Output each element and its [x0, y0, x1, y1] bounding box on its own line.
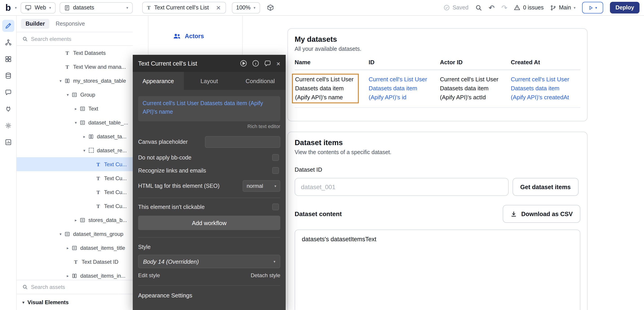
tab-layout[interactable]: Layout: [184, 72, 234, 90]
issues-indicator[interactable]: 0 issues: [514, 5, 544, 11]
chevron-right-icon[interactable]: ▸: [81, 134, 88, 139]
chevron-down-icon[interactable]: ▾: [64, 92, 71, 97]
messages-icon[interactable]: [2, 86, 14, 98]
dataset-items-card[interactable]: Dataset items View the contents of a spe…: [288, 132, 588, 310]
design-pencil-icon[interactable]: [2, 20, 14, 32]
recognize-links-checkbox[interactable]: [272, 167, 279, 174]
bubble-logo[interactable]: b: [6, 3, 11, 12]
chevron-down-icon: ▾: [254, 6, 256, 10]
zoom-dropdown[interactable]: 100% ▾: [232, 2, 260, 13]
table-element-icon: [71, 273, 78, 278]
close-icon[interactable]: ✕: [216, 4, 221, 11]
tree-item[interactable]: TText Cu...: [16, 185, 133, 199]
tree-item[interactable]: TText Dataset ID: [16, 255, 133, 269]
property-editor-header[interactable]: Text Current cell's List ×: [133, 55, 286, 72]
tree-item[interactable]: ▾dataset_items_group: [16, 227, 133, 241]
undo-icon[interactable]: ↶: [488, 3, 495, 12]
search-icon[interactable]: [475, 4, 482, 11]
workflow-icon[interactable]: [2, 36, 14, 49]
selected-element-outline[interactable]: Current cell's List User Datasets data i…: [292, 74, 359, 104]
table-cell-name[interactable]: Current cell's List User Datasets data i…: [295, 75, 369, 102]
preview-button[interactable]: ▾: [582, 2, 604, 14]
seo-tag-select[interactable]: normal ▾: [242, 180, 280, 192]
database-icon[interactable]: [2, 70, 14, 82]
text-content-editor[interactable]: Current cell's List User Datasets data i…: [138, 96, 280, 121]
rich-text-editor-link[interactable]: Rich text editor: [138, 123, 280, 129]
run-workflow-icon[interactable]: [240, 60, 247, 67]
tree-item[interactable]: ▸Text: [16, 101, 133, 115]
tree-item[interactable]: TText Cu...: [16, 199, 133, 213]
dataset-id-label: Dataset ID: [295, 166, 580, 173]
page-dropdown[interactable]: datasets ▾: [60, 2, 132, 13]
tree-item[interactable]: ▾Group: [16, 88, 133, 101]
tree-item[interactable]: TText Cu...: [16, 171, 133, 185]
dynamic-expression[interactable]: Current cell's List User Datasets data i…: [142, 100, 263, 115]
visual-elements-section[interactable]: ▾ Visual Elements: [16, 294, 133, 310]
logs-chart-icon[interactable]: [2, 136, 14, 148]
comment-icon[interactable]: [264, 60, 271, 67]
chevron-down-icon[interactable]: ▾: [81, 148, 88, 152]
chevron-right-icon[interactable]: ▸: [73, 218, 79, 222]
canvas-placeholder-input[interactable]: [205, 136, 280, 148]
tree-item[interactable]: ▸dataset_items_in...: [16, 269, 133, 280]
left-icon-rail: [0, 16, 16, 310]
table-cell-id[interactable]: Current cell's List User Datasets data i…: [369, 75, 440, 102]
saved-label: Saved: [452, 5, 468, 11]
element-tab[interactable]: T Text Current cell's List ✕: [142, 2, 226, 14]
tree-item[interactable]: TText View and mana...: [16, 60, 133, 74]
group-element-icon: [79, 217, 86, 223]
search-assets-field[interactable]: Search assets: [16, 280, 133, 294]
table-row[interactable]: Current cell's List User Datasets data i…: [295, 70, 580, 108]
pages-grid-icon[interactable]: [2, 53, 14, 65]
tree-item-label: Text: [88, 105, 98, 112]
download-csv-button[interactable]: Download as CSV: [503, 205, 580, 223]
deploy-button[interactable]: Deploy: [610, 2, 640, 14]
tree-item[interactable]: ▸dataset_ta...: [16, 129, 133, 143]
branch-dropdown[interactable]: Main ▾: [550, 5, 576, 11]
tree-item[interactable]: TText Datasets: [16, 46, 133, 60]
chevron-right-icon[interactable]: ▸: [64, 273, 71, 278]
edit-style-link[interactable]: Edit style: [138, 272, 160, 278]
appearance-settings-section[interactable]: Appearance Settings: [138, 292, 280, 299]
get-dataset-items-button[interactable]: Get dataset items: [512, 178, 578, 196]
tree-item[interactable]: ▾dataset_table_...: [16, 115, 133, 129]
close-icon[interactable]: ×: [276, 60, 280, 67]
table-cell-actor-id[interactable]: Current cell's List User Datasets data i…: [440, 75, 511, 102]
chevron-down-icon[interactable]: ▾: [58, 78, 64, 83]
platform-dropdown[interactable]: Web ▾: [21, 2, 56, 13]
dataset-content-textbox[interactable]: datasets's datasetItemsText: [295, 230, 580, 310]
chevron-down-icon[interactable]: ▾: [58, 232, 64, 236]
tree-item[interactable]: ▾my_stores_data_table: [16, 74, 133, 88]
tab-builder[interactable]: Builder: [21, 19, 49, 29]
chevron-down-icon[interactable]: ▾: [73, 120, 79, 125]
chevron-down-icon: ▾: [274, 259, 275, 263]
search-assets-placeholder: Search assets: [31, 284, 65, 290]
detach-style-link[interactable]: Detach style: [251, 272, 280, 278]
tab-responsive[interactable]: Responsive: [51, 19, 90, 29]
column-header: Actor ID: [440, 59, 511, 66]
dataset-id-input[interactable]: dataset_001: [295, 178, 508, 196]
style-dropdown[interactable]: Body 14 (Overridden) ▾: [138, 255, 280, 268]
plugins-icon[interactable]: [2, 103, 14, 115]
my-datasets-card[interactable]: My datasets All your available datasets.…: [288, 28, 588, 121]
not-clickable-checkbox[interactable]: [272, 204, 279, 210]
tree-item[interactable]: ▸stores_data_b...: [16, 213, 133, 227]
table-cell-created-at[interactable]: Current cell's List User Datasets data i…: [511, 75, 580, 102]
chevron-right-icon[interactable]: ▸: [73, 106, 79, 111]
tree-item[interactable]: ▸dataset_items_title: [16, 241, 133, 255]
text-element-icon: T: [95, 203, 102, 209]
tab-conditional[interactable]: Conditional: [235, 72, 286, 90]
redo-icon[interactable]: ↷: [502, 3, 508, 12]
add-workflow-button[interactable]: Add workflow: [138, 216, 280, 230]
search-elements-field[interactable]: Search elements: [16, 32, 133, 46]
tree-item-selected[interactable]: TText Cu...: [16, 157, 133, 171]
chevron-right-icon[interactable]: ▸: [64, 246, 71, 250]
tree-item[interactable]: ▾dataset_re...: [16, 143, 133, 157]
settings-gear-icon[interactable]: [2, 119, 14, 132]
logo-chevron-icon[interactable]: ▾: [15, 6, 16, 10]
nav-item-actors[interactable]: Actors: [173, 33, 204, 40]
component-cube-icon[interactable]: [266, 4, 274, 11]
info-icon[interactable]: [252, 60, 259, 67]
tab-appearance[interactable]: Appearance: [133, 72, 184, 90]
bbcode-checkbox[interactable]: [272, 154, 279, 161]
